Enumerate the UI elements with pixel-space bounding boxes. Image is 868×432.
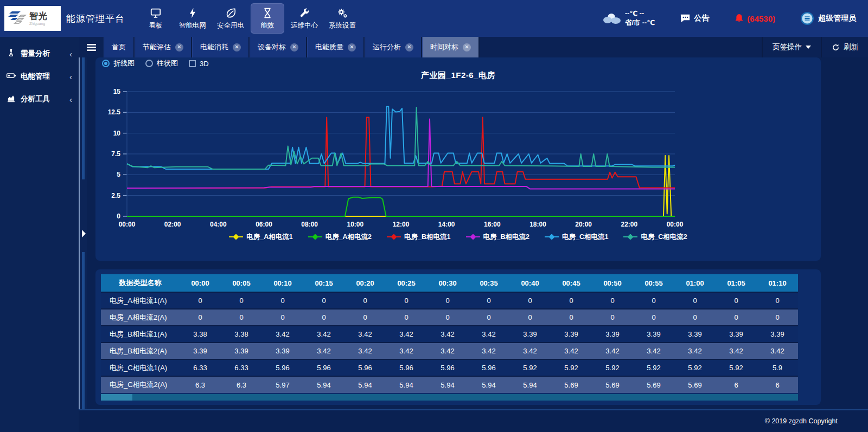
close-icon[interactable]: ✕ [290,43,298,51]
close-icon[interactable]: ✕ [233,43,241,51]
row-label: 电房_A相电流2(A) [101,309,180,326]
topnav-item-4[interactable]: 能效 [251,3,284,34]
table-cell: 5.96 [262,359,303,376]
table-cell: 0 [633,309,674,326]
table-cell: 5.69 [551,376,592,393]
weather-temp: --℃ -- [625,9,655,19]
chevron-left-icon: ‹ [69,95,72,104]
user-menu[interactable]: 超级管理员 [800,11,856,25]
legend-marker-icon [623,234,637,241]
legend-item[interactable]: 电房_C相电流1 [545,233,608,242]
topnav-item-label: 能效 [261,21,275,30]
legend-item[interactable]: 电房_B相电流1 [387,233,450,242]
table-header-cell: 00:30 [427,274,468,292]
sidebar-item-3[interactable]: 分析工具‹ [0,88,79,111]
3d-label: 3D [200,60,209,68]
table-cell: 0 [262,309,303,326]
announcement-button[interactable]: 公告 [680,14,709,23]
table-cell: 3.42 [344,326,386,343]
scrollbar-thumb[interactable] [101,394,132,401]
user-name: 超级管理员 [818,14,856,23]
table-cell: 5.96 [303,359,344,376]
refresh-button[interactable]: 刷新 [821,37,868,57]
tab-list: 首页节能评估✕电能消耗✕设备对标✕电能质量✕运行分析✕时间对标✕ [104,37,480,57]
table-header-cell: 00:35 [468,274,509,292]
close-icon[interactable]: ✕ [348,43,356,51]
sidebar-collapse-handle[interactable] [82,230,86,237]
sidebar-item-1[interactable]: 需量分析‹ [0,42,79,65]
close-icon[interactable]: ✕ [175,43,183,51]
legend-item[interactable]: 电房_A相电流1 [229,233,292,242]
hamburger-menu-icon[interactable] [79,37,104,57]
table-row: 电房_B相电流1(A)3.383.383.423.423.423.423.423… [101,326,798,343]
table-cell: 3.38 [180,326,221,343]
tabbar: 首页节能评估✕电能消耗✕设备对标✕电能质量✕运行分析✕时间对标✕ 页签操作 刷新 [79,37,868,57]
tab-6[interactable]: 运行分析✕ [365,37,422,57]
table-cell: 6 [757,376,798,393]
legend-item[interactable]: 电房_B相电流2 [466,233,529,242]
tab-operations-dropdown[interactable]: 页签操作 [762,37,821,57]
topnav-item-3[interactable]: 安全用电 [213,3,248,34]
table-cell: 3.39 [633,326,674,343]
tab-5[interactable]: 电能质量✕ [307,37,365,57]
svg-text:2.5: 2.5 [111,192,120,199]
svg-text:20:00: 20:00 [575,221,592,228]
table-cell: 0 [509,292,551,309]
table-cell: 5.92 [716,359,757,376]
sidebar-item-label: 电能管理 [21,72,50,81]
data-table: 数据类型名称00:0000:0500:1000:1500:2000:2500:3… [101,274,798,393]
alerts-button[interactable]: (64530) [734,13,775,24]
svg-text:22:00: 22:00 [621,221,637,228]
table-cell: 6.3 [180,376,221,393]
3d-checkbox[interactable]: 3D [189,60,209,68]
table-cell: 3.39 [221,343,262,359]
tab-2[interactable]: 节能评估✕ [135,37,192,57]
line-chart[interactable]: 02.557.51012.51500:0002:0004:0006:0008:0… [95,82,821,231]
svg-text:5: 5 [117,171,120,178]
data-table-panel: 数据类型名称00:0000:0500:1000:1500:2000:2500:3… [95,269,821,405]
legend-label: 电房_C相电流2 [641,233,687,242]
table-header-cell: 00:15 [303,274,344,292]
legend-label: 电房_B相电流2 [483,233,529,242]
topnav-item-6[interactable]: 系统设置 [324,3,360,34]
legend-marker-icon [466,234,480,241]
top-navigation: 看板智能电网安全用电能效运维中心系统设置 [139,3,360,34]
series-电房_C相电流2 [127,107,675,169]
bar-chart-radio[interactable]: 柱状图 [145,59,178,68]
tab-4[interactable]: 设备对标✕ [250,37,307,57]
table-cell: 0 [551,309,592,326]
table-cell: 6.33 [221,359,262,376]
table-cell: 6.3 [221,376,262,393]
brand-subname: Zhiguang [29,22,48,25]
table-cell: 0 [344,292,386,309]
legend-item[interactable]: 电房_A相电流2 [308,233,372,242]
row-label: 电房_C相电流1(A) [101,359,180,376]
table-cell: 0 [633,292,674,309]
topnav-item-5[interactable]: 运维中心 [286,3,322,34]
legend-marker-icon [387,234,401,241]
svg-text:15: 15 [113,88,121,95]
line-chart-radio[interactable]: 折线图 [102,59,135,68]
close-icon[interactable]: ✕ [405,43,413,51]
table-cell: 0 [716,309,757,326]
announcement-label: 公告 [694,14,709,23]
close-icon[interactable]: ✕ [463,43,471,51]
tab-7[interactable]: 时间对标✕ [422,37,480,57]
tab-1[interactable]: 首页 [104,37,135,57]
topnav-item-label: 看板 [149,21,163,30]
table-cell: 5.92 [509,359,551,376]
radio-icon [145,60,153,67]
legend-label: 电房_B相电流1 [404,233,450,242]
chart-legend: 电房_A相电流1电房_A相电流2电房_B相电流1电房_B相电流2电房_C相电流1… [95,233,821,242]
sidebar: 需量分析‹电能管理‹分析工具‹ [0,37,79,432]
svg-text:12:00: 12:00 [393,221,410,228]
sidebar-item-2[interactable]: 电能管理‹ [0,65,79,88]
tab-3[interactable]: 电能消耗✕ [192,37,250,57]
logo-mark-icon [7,9,28,28]
sidebar-item-label: 分析工具 [21,94,50,104]
legend-item[interactable]: 电房_C相电流2 [623,233,687,242]
topnav-item-1[interactable]: 看板 [139,3,173,34]
table-cell: 3.42 [386,326,427,343]
table-horizontal-scrollbar[interactable] [101,394,798,401]
topnav-item-2[interactable]: 智能电网 [175,3,210,34]
